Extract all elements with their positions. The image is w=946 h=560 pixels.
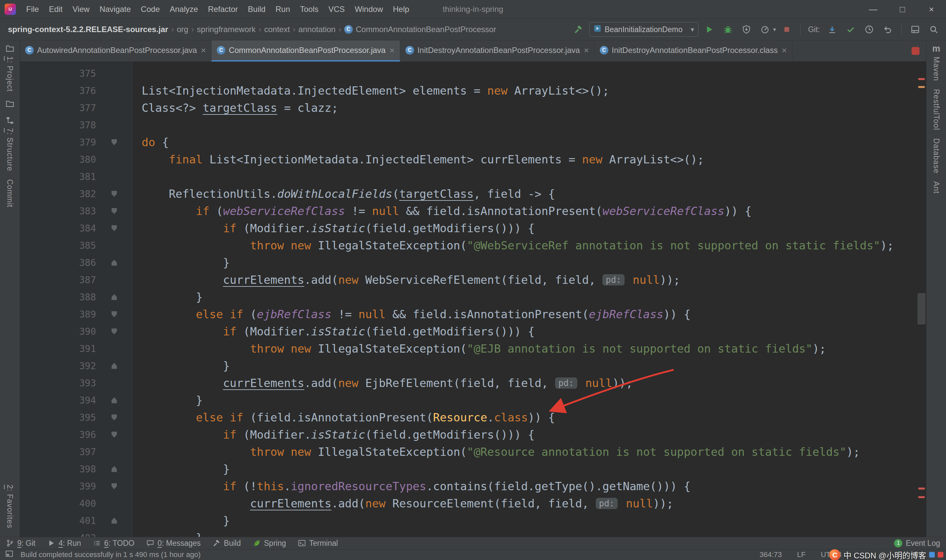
menu-file[interactable]: File [21,3,44,16]
status-message[interactable]: Build completed successfully in 1 s 490 … [20,551,200,559]
tool-button-database[interactable]: Database [932,134,941,177]
code-line[interactable]: if (Modifier.isStatic(field.getModifiers… [133,428,535,441]
fold-up-icon[interactable] [111,466,117,472]
fold-down-icon[interactable] [111,191,117,197]
editor-tab[interactable]: CInitDestroyAnnotationBeanPostProcessor.… [595,40,792,62]
line-separator[interactable]: LF [797,551,806,559]
error-stripe-mark[interactable] [918,496,925,498]
editor-tab[interactable]: CCommonAnnotationBeanPostProcessor.java× [211,40,400,62]
tool-window-button-0-messages[interactable]: 0: Messages [146,539,200,548]
breadcrumb-item[interactable]: springframework [197,25,256,34]
breadcrumb-item[interactable]: context [264,25,290,34]
run-configuration-select[interactable]: BeanInitializationDemo ▾ [589,22,698,37]
code-line[interactable]: } [133,359,230,372]
tool-button-ant[interactable]: Ant [932,177,941,198]
run-button[interactable] [702,22,717,37]
tool-button-icon[interactable] [6,95,14,112]
editor-tab[interactable]: CInitDestroyAnnotationBeanPostProcessor.… [400,40,595,62]
code-line[interactable]: do { [133,135,169,149]
menu-vcs[interactable]: VCS [324,3,350,16]
error-indicator-icon[interactable] [912,47,920,55]
code-line[interactable]: ReflectionUtils.doWithLocalFields(target… [133,187,555,200]
profiler-button[interactable]: ▾ [757,22,776,37]
menu-run[interactable]: Run [270,3,295,16]
fold-down-icon[interactable] [111,328,117,334]
scrollbar-thumb[interactable] [918,293,926,325]
fold-down-icon[interactable] [111,414,117,420]
build-hammer-icon[interactable] [571,22,586,37]
code-line[interactable]: } [133,531,203,537]
breadcrumb-item[interactable]: org [177,25,188,34]
tool-window-button-spring[interactable]: Spring [253,539,286,548]
fold-down-icon[interactable] [111,208,117,214]
menu-tools[interactable]: Tools [295,3,324,16]
code-line[interactable]: } [133,462,230,475]
code-line[interactable]: Class<?> targetClass = clazz; [133,101,338,114]
debug-button[interactable] [720,22,735,37]
minimize-button[interactable]: — [859,0,888,18]
menu-window[interactable]: Window [350,3,388,16]
tab-close-icon[interactable]: × [584,45,589,55]
error-stripe-mark[interactable] [918,488,925,489]
editor-scrollbar[interactable] [916,62,926,537]
code-line[interactable]: if (!this.ignoredResourceTypes.contains(… [133,480,690,493]
code-line[interactable]: } [133,291,203,304]
code-line[interactable]: List<InjectionMetadata.InjectedElement> … [133,84,609,97]
tool-window-button-build[interactable]: Build [213,539,240,548]
menu-analyze[interactable]: Analyze [165,3,203,16]
warning-stripe-mark[interactable] [918,86,925,88]
rollback-button[interactable] [880,22,895,37]
tool-button-7-structure[interactable]: 7: Structure [5,112,14,175]
code-line[interactable]: } [133,514,230,527]
tool-window-button-4-run[interactable]: 4: Run [47,539,81,548]
code-line[interactable]: if (Modifier.isStatic(field.getModifiers… [133,325,535,338]
code-line[interactable]: } [133,394,203,407]
tool-button-1-project[interactable]: 1: Project [5,40,14,95]
fold-up-icon[interactable] [111,294,117,300]
code-line[interactable]: throw new IllegalStateException("@EJB an… [133,342,826,355]
code-line[interactable]: throw new IllegalStateException("@WebSer… [133,239,894,252]
fold-down-icon[interactable] [111,483,117,489]
error-stripe-mark[interactable] [918,78,925,80]
code-line[interactable]: currElements.add(new EjbRefElement(field… [133,377,633,390]
code-line[interactable]: else if (ejbRefClass != null && field.is… [133,308,690,321]
dock-icon[interactable] [5,550,13,560]
tool-button-maven[interactable]: mMaven [932,40,941,85]
search-everywhere-button[interactable] [926,22,941,37]
maximize-button[interactable]: □ [888,0,917,18]
code-line[interactable]: final List<InjectionMetadata.InjectedEle… [133,153,704,166]
tool-button-restfultool[interactable]: RestfulTool [932,85,941,134]
tool-button-2-favorites[interactable]: 2: Favorites [5,481,14,532]
vcs-update-button[interactable] [824,22,840,37]
code-line[interactable]: currElements.add(new WebServiceRefElemen… [133,273,680,286]
fold-up-icon[interactable] [111,363,117,369]
menu-view[interactable]: View [68,3,95,16]
code-line[interactable]: } [133,256,230,269]
tool-window-button-terminal[interactable]: Terminal [298,539,338,548]
close-button[interactable]: × [917,0,946,18]
editor-tab[interactable]: CAutowiredAnnotationBeanPostProcessor.ja… [20,40,211,62]
history-button[interactable] [861,22,877,37]
tool-window-button-9-git[interactable]: 9: Git [6,539,35,548]
breadcrumb-item[interactable]: annotation [299,25,336,34]
stop-button[interactable] [779,22,794,37]
breadcrumb-item[interactable]: spring-context-5.2.2.RELEASE-sources.jar [8,25,168,34]
tab-close-icon[interactable]: × [390,45,394,55]
breadcrumb-class[interactable]: CommonAnnotationBeanPostProcessor [356,25,496,34]
code-line[interactable]: else if (field.isAnnotationPresent(Resou… [133,411,555,424]
fold-down-icon[interactable] [111,311,117,317]
fold-up-icon[interactable] [111,518,117,524]
tool-window-button-6-todo[interactable]: 6: TODO [93,539,134,548]
menu-build[interactable]: Build [243,3,270,16]
fold-down-icon[interactable] [111,139,117,145]
fold-down-icon[interactable] [111,432,117,438]
code-line[interactable]: throw new IllegalStateException("@Resour… [133,445,860,458]
event-log-button[interactable]: 1 Event Log [894,539,940,548]
fold-up-icon[interactable] [111,260,117,266]
coverage-button[interactable] [739,22,754,37]
caret-position[interactable]: 364:73 [760,551,782,559]
menu-refactor[interactable]: Refactor [203,3,243,16]
vcs-commit-button[interactable] [843,22,858,37]
fold-down-icon[interactable] [111,225,117,231]
tool-button-commit[interactable]: Commit [5,175,14,211]
